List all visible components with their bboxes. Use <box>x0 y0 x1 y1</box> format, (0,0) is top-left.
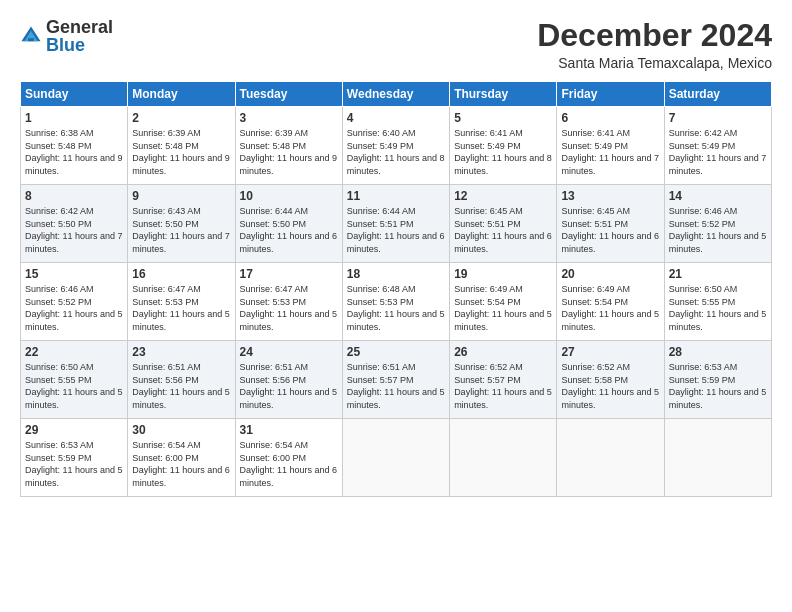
calendar-cell <box>342 419 449 497</box>
day-number: 31 <box>240 423 338 437</box>
calendar-cell: 14 Sunrise: 6:46 AM Sunset: 5:52 PM Dayl… <box>664 185 771 263</box>
col-saturday: Saturday <box>664 82 771 107</box>
daylight-label: Daylight: 11 hours and 5 minutes. <box>347 387 445 410</box>
calendar-cell: 31 Sunrise: 6:54 AM Sunset: 6:00 PM Dayl… <box>235 419 342 497</box>
daylight-label: Daylight: 11 hours and 7 minutes. <box>132 231 230 254</box>
sunrise-label: Sunrise: 6:48 AM <box>347 284 416 294</box>
calendar-cell: 29 Sunrise: 6:53 AM Sunset: 5:59 PM Dayl… <box>21 419 128 497</box>
sunrise-label: Sunrise: 6:49 AM <box>561 284 630 294</box>
sunset-label: Sunset: 5:49 PM <box>347 141 414 151</box>
day-info: Sunrise: 6:42 AM Sunset: 5:50 PM Dayligh… <box>25 205 123 255</box>
sunrise-label: Sunrise: 6:43 AM <box>132 206 201 216</box>
month-title: December 2024 <box>537 18 772 53</box>
sunset-label: Sunset: 5:51 PM <box>561 219 628 229</box>
sunrise-label: Sunrise: 6:39 AM <box>132 128 201 138</box>
calendar-cell: 4 Sunrise: 6:40 AM Sunset: 5:49 PM Dayli… <box>342 107 449 185</box>
daylight-label: Daylight: 11 hours and 5 minutes. <box>669 387 767 410</box>
day-number: 4 <box>347 111 445 125</box>
sunrise-label: Sunrise: 6:50 AM <box>669 284 738 294</box>
day-number: 10 <box>240 189 338 203</box>
sunset-label: Sunset: 5:51 PM <box>454 219 521 229</box>
sunrise-label: Sunrise: 6:41 AM <box>454 128 523 138</box>
sunset-label: Sunset: 5:49 PM <box>669 141 736 151</box>
day-number: 1 <box>25 111 123 125</box>
daylight-label: Daylight: 11 hours and 5 minutes. <box>240 309 338 332</box>
sunrise-label: Sunrise: 6:38 AM <box>25 128 94 138</box>
sunset-label: Sunset: 5:53 PM <box>240 297 307 307</box>
day-info: Sunrise: 6:44 AM Sunset: 5:50 PM Dayligh… <box>240 205 338 255</box>
day-number: 3 <box>240 111 338 125</box>
day-info: Sunrise: 6:50 AM Sunset: 5:55 PM Dayligh… <box>669 283 767 333</box>
calendar-week-row: 22 Sunrise: 6:50 AM Sunset: 5:55 PM Dayl… <box>21 341 772 419</box>
day-info: Sunrise: 6:45 AM Sunset: 5:51 PM Dayligh… <box>561 205 659 255</box>
day-info: Sunrise: 6:40 AM Sunset: 5:49 PM Dayligh… <box>347 127 445 177</box>
sunrise-label: Sunrise: 6:54 AM <box>240 440 309 450</box>
day-info: Sunrise: 6:49 AM Sunset: 5:54 PM Dayligh… <box>454 283 552 333</box>
logo-general-text: General <box>46 17 113 37</box>
sunset-label: Sunset: 5:57 PM <box>454 375 521 385</box>
day-number: 2 <box>132 111 230 125</box>
sunset-label: Sunset: 5:58 PM <box>561 375 628 385</box>
col-monday: Monday <box>128 82 235 107</box>
calendar-table: Sunday Monday Tuesday Wednesday Thursday… <box>20 81 772 497</box>
sunset-label: Sunset: 5:59 PM <box>25 453 92 463</box>
sunset-label: Sunset: 5:55 PM <box>25 375 92 385</box>
sunrise-label: Sunrise: 6:52 AM <box>561 362 630 372</box>
daylight-label: Daylight: 11 hours and 8 minutes. <box>347 153 445 176</box>
sunset-label: Sunset: 5:57 PM <box>347 375 414 385</box>
sunset-label: Sunset: 5:51 PM <box>347 219 414 229</box>
daylight-label: Daylight: 11 hours and 9 minutes. <box>25 153 123 176</box>
day-info: Sunrise: 6:53 AM Sunset: 5:59 PM Dayligh… <box>25 439 123 489</box>
sunset-label: Sunset: 5:48 PM <box>240 141 307 151</box>
day-number: 11 <box>347 189 445 203</box>
sunrise-label: Sunrise: 6:44 AM <box>240 206 309 216</box>
sunset-label: Sunset: 5:54 PM <box>454 297 521 307</box>
day-info: Sunrise: 6:51 AM Sunset: 5:56 PM Dayligh… <box>132 361 230 411</box>
location: Santa Maria Temaxcalapa, Mexico <box>537 55 772 71</box>
calendar-cell: 28 Sunrise: 6:53 AM Sunset: 5:59 PM Dayl… <box>664 341 771 419</box>
daylight-label: Daylight: 11 hours and 6 minutes. <box>454 231 552 254</box>
day-info: Sunrise: 6:48 AM Sunset: 5:53 PM Dayligh… <box>347 283 445 333</box>
sunset-label: Sunset: 5:48 PM <box>132 141 199 151</box>
daylight-label: Daylight: 11 hours and 5 minutes. <box>240 387 338 410</box>
header: General Blue December 2024 Santa Maria T… <box>20 18 772 71</box>
daylight-label: Daylight: 11 hours and 5 minutes. <box>347 309 445 332</box>
day-number: 13 <box>561 189 659 203</box>
sunrise-label: Sunrise: 6:47 AM <box>240 284 309 294</box>
calendar-cell: 17 Sunrise: 6:47 AM Sunset: 5:53 PM Dayl… <box>235 263 342 341</box>
sunrise-label: Sunrise: 6:50 AM <box>25 362 94 372</box>
sunset-label: Sunset: 5:52 PM <box>669 219 736 229</box>
sunrise-label: Sunrise: 6:53 AM <box>669 362 738 372</box>
calendar-cell: 11 Sunrise: 6:44 AM Sunset: 5:51 PM Dayl… <box>342 185 449 263</box>
day-number: 12 <box>454 189 552 203</box>
sunset-label: Sunset: 5:53 PM <box>347 297 414 307</box>
day-number: 28 <box>669 345 767 359</box>
sunset-label: Sunset: 5:49 PM <box>561 141 628 151</box>
sunset-label: Sunset: 6:00 PM <box>132 453 199 463</box>
col-thursday: Thursday <box>450 82 557 107</box>
day-info: Sunrise: 6:39 AM Sunset: 5:48 PM Dayligh… <box>240 127 338 177</box>
sunset-label: Sunset: 5:50 PM <box>25 219 92 229</box>
calendar-cell <box>557 419 664 497</box>
day-number: 21 <box>669 267 767 281</box>
calendar-cell: 22 Sunrise: 6:50 AM Sunset: 5:55 PM Dayl… <box>21 341 128 419</box>
day-number: 30 <box>132 423 230 437</box>
sunrise-label: Sunrise: 6:52 AM <box>454 362 523 372</box>
sunrise-label: Sunrise: 6:39 AM <box>240 128 309 138</box>
sunrise-label: Sunrise: 6:46 AM <box>669 206 738 216</box>
calendar-cell: 7 Sunrise: 6:42 AM Sunset: 5:49 PM Dayli… <box>664 107 771 185</box>
day-info: Sunrise: 6:45 AM Sunset: 5:51 PM Dayligh… <box>454 205 552 255</box>
day-number: 8 <box>25 189 123 203</box>
calendar-header-row: Sunday Monday Tuesday Wednesday Thursday… <box>21 82 772 107</box>
day-number: 26 <box>454 345 552 359</box>
day-number: 23 <box>132 345 230 359</box>
sunset-label: Sunset: 5:53 PM <box>132 297 199 307</box>
day-number: 9 <box>132 189 230 203</box>
logo-blue-text: Blue <box>46 35 85 55</box>
daylight-label: Daylight: 11 hours and 6 minutes. <box>240 231 338 254</box>
calendar-cell: 1 Sunrise: 6:38 AM Sunset: 5:48 PM Dayli… <box>21 107 128 185</box>
sunrise-label: Sunrise: 6:47 AM <box>132 284 201 294</box>
calendar-cell: 26 Sunrise: 6:52 AM Sunset: 5:57 PM Dayl… <box>450 341 557 419</box>
daylight-label: Daylight: 11 hours and 8 minutes. <box>454 153 552 176</box>
sunrise-label: Sunrise: 6:51 AM <box>240 362 309 372</box>
